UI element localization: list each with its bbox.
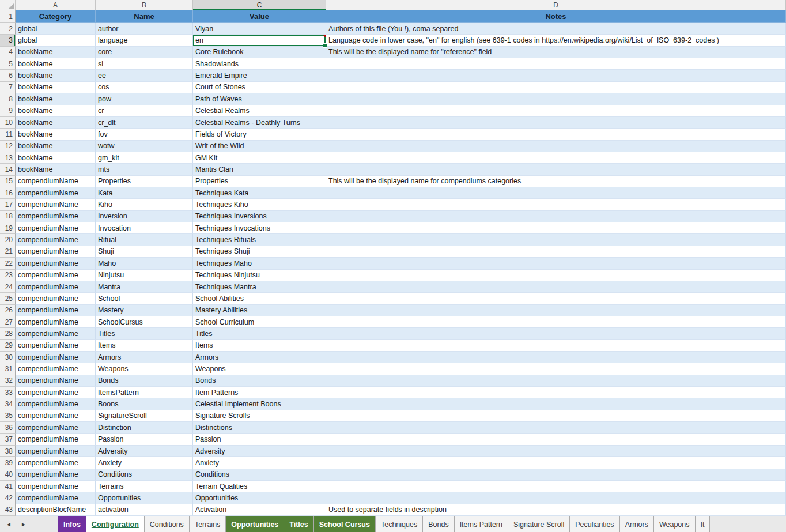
cell-C27[interactable]: School Curriculum xyxy=(193,316,326,328)
cell-A26[interactable]: compendiumName xyxy=(16,305,96,316)
row-header-24[interactable]: 24 xyxy=(0,281,16,293)
cell-A37[interactable]: compendiumName xyxy=(16,434,96,446)
cell-A42[interactable]: compendiumName xyxy=(16,492,96,504)
cell-C20[interactable]: Techniques Rituals xyxy=(193,234,326,246)
row-header-8[interactable]: 8 xyxy=(0,93,16,105)
cell-D38[interactable] xyxy=(326,446,786,457)
header-cell-notes[interactable]: Notes xyxy=(326,10,786,23)
cell-D41[interactable] xyxy=(326,481,786,492)
column-header-b[interactable]: B xyxy=(96,0,193,10)
cell-B34[interactable]: Boons xyxy=(96,398,193,410)
cell-B24[interactable]: Mantra xyxy=(96,281,193,293)
cell-C34[interactable]: Celestial Implement Boons xyxy=(193,398,326,410)
row-header-19[interactable]: 19 xyxy=(0,222,16,234)
cell-B32[interactable]: Bonds xyxy=(96,375,193,387)
cell-D14[interactable] xyxy=(326,164,786,175)
cell-C14[interactable]: Mantis Clan xyxy=(193,164,326,175)
cell-A31[interactable]: compendiumName xyxy=(16,363,96,375)
row-header-15[interactable]: 15 xyxy=(0,176,16,187)
cell-A30[interactable]: compendiumName xyxy=(16,352,96,363)
row-header-43[interactable]: 43 xyxy=(0,504,16,516)
cell-B30[interactable]: Armors xyxy=(96,352,193,363)
sheet-tab-signature-scroll[interactable]: Signature Scroll xyxy=(508,516,570,532)
cell-A6[interactable]: bookName xyxy=(16,70,96,81)
sheet-nav-right-icon[interactable]: ► xyxy=(21,521,27,527)
cell-C8[interactable]: Path of Waves xyxy=(193,93,326,105)
cell-B9[interactable]: cr xyxy=(96,105,193,117)
row-header-29[interactable]: 29 xyxy=(0,340,16,352)
cell-D15[interactable]: This will be the displayed name for comp… xyxy=(326,176,786,187)
cell-D40[interactable] xyxy=(326,469,786,481)
cell-C13[interactable]: GM Kit xyxy=(193,152,326,164)
sheet-tab-armors[interactable]: Armors xyxy=(620,516,654,532)
cell-D42[interactable] xyxy=(326,492,786,504)
sheet-tab-titles[interactable]: Titles xyxy=(284,516,313,532)
cell-C37[interactable]: Passion xyxy=(193,434,326,446)
sheet-tab-weapons[interactable]: Weapons xyxy=(654,516,696,532)
cell-D20[interactable] xyxy=(326,234,786,246)
row-header-31[interactable]: 31 xyxy=(0,363,16,375)
cell-D26[interactable] xyxy=(326,305,786,316)
cell-D4[interactable]: This will be the displayed name for "ref… xyxy=(326,47,786,58)
cell-A17[interactable]: compendiumName xyxy=(16,199,96,210)
cell-B19[interactable]: Invocation xyxy=(96,222,193,234)
cell-C3[interactable]: en xyxy=(193,35,326,46)
cell-C4[interactable]: Core Rulebook xyxy=(193,47,326,58)
cell-C26[interactable]: Mastery Abilities xyxy=(193,305,326,316)
row-header-27[interactable]: 27 xyxy=(0,316,16,328)
row-header-35[interactable]: 35 xyxy=(0,410,16,422)
cell-D10[interactable] xyxy=(326,117,786,129)
cell-A41[interactable]: compendiumName xyxy=(16,481,96,492)
cell-D28[interactable] xyxy=(326,328,786,339)
cell-D32[interactable] xyxy=(326,375,786,387)
cell-A21[interactable]: compendiumName xyxy=(16,246,96,258)
cell-A38[interactable]: compendiumName xyxy=(16,446,96,457)
cell-B31[interactable]: Weapons xyxy=(96,363,193,375)
row-header-32[interactable]: 32 xyxy=(0,375,16,387)
cell-A5[interactable]: bookName xyxy=(16,58,96,70)
column-header-a[interactable]: A xyxy=(16,0,96,10)
cell-A15[interactable]: compendiumName xyxy=(16,176,96,187)
cell-B36[interactable]: Distinction xyxy=(96,422,193,433)
cell-D2[interactable]: Authors of this file (You !), coma separ… xyxy=(326,23,786,35)
cell-D21[interactable] xyxy=(326,246,786,258)
cell-C31[interactable]: Weapons xyxy=(193,363,326,375)
cell-C9[interactable]: Celestial Realms xyxy=(193,105,326,117)
cell-C10[interactable]: Celestial Realms - Deathly Turns xyxy=(193,117,326,129)
cell-D22[interactable] xyxy=(326,258,786,269)
cell-A23[interactable]: compendiumName xyxy=(16,270,96,281)
cell-D35[interactable] xyxy=(326,410,786,422)
cell-C7[interactable]: Court of Stones xyxy=(193,82,326,93)
row-header-38[interactable]: 38 xyxy=(0,446,16,457)
column-header-d[interactable]: D xyxy=(326,0,786,10)
cell-D3[interactable]: Language code in lower case, "en" for en… xyxy=(326,35,786,46)
cell-D9[interactable] xyxy=(326,105,786,117)
row-header-3[interactable]: 3 xyxy=(0,35,16,46)
row-header-21[interactable]: 21 xyxy=(0,246,16,258)
cell-C30[interactable]: Armors xyxy=(193,352,326,363)
cell-C25[interactable]: School Abilities xyxy=(193,293,326,304)
cell-C38[interactable]: Adversity xyxy=(193,446,326,457)
cell-A16[interactable]: compendiumName xyxy=(16,187,96,199)
cell-C18[interactable]: Techniques Inversions xyxy=(193,211,326,222)
sheet-tab-opportunities[interactable]: Opportunities xyxy=(226,516,284,532)
cell-C6[interactable]: Emerald Empire xyxy=(193,70,326,81)
cell-A33[interactable]: compendiumName xyxy=(16,387,96,398)
cell-B43[interactable]: activation xyxy=(96,504,193,516)
cell-C24[interactable]: Techniques Mantra xyxy=(193,281,326,293)
cell-B5[interactable]: sl xyxy=(96,58,193,70)
sheet-tab-it[interactable]: It xyxy=(696,516,711,532)
sheet-tab-conditions[interactable]: Conditions xyxy=(145,516,190,532)
cell-B3[interactable]: language xyxy=(96,35,193,46)
cell-A27[interactable]: compendiumName xyxy=(16,316,96,328)
cell-A36[interactable]: compendiumName xyxy=(16,422,96,433)
cell-B18[interactable]: Inversion xyxy=(96,211,193,222)
cell-A8[interactable]: bookName xyxy=(16,93,96,105)
cell-D5[interactable] xyxy=(326,58,786,70)
cell-B16[interactable]: Kata xyxy=(96,187,193,199)
cell-D23[interactable] xyxy=(326,270,786,281)
cell-B22[interactable]: Maho xyxy=(96,258,193,269)
header-cell-value[interactable]: Value xyxy=(193,10,326,23)
cell-C40[interactable]: Conditions xyxy=(193,469,326,481)
cell-C32[interactable]: Bonds xyxy=(193,375,326,387)
